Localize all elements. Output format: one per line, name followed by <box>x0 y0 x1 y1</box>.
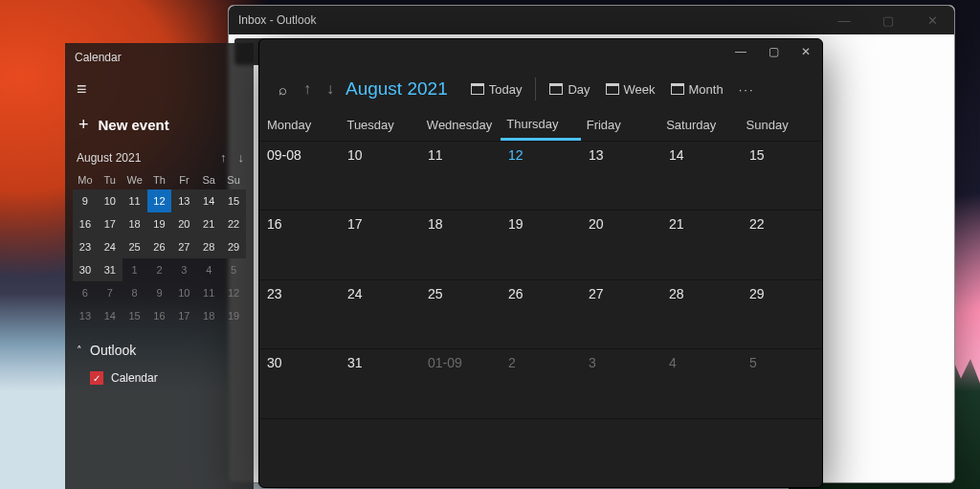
mini-day-cell[interactable]: 14 <box>196 189 221 212</box>
next-month-button[interactable]: ↓ <box>319 77 342 101</box>
mini-day-cell[interactable]: 14 <box>98 304 122 327</box>
mini-day-cell[interactable]: 19 <box>147 212 172 235</box>
calendar-day-cell[interactable]: 17 <box>340 210 420 278</box>
account-toggle[interactable]: ˄ Outlook <box>65 327 254 366</box>
mini-day-cell[interactable]: 12 <box>221 281 246 304</box>
mini-day-cell[interactable]: 20 <box>171 212 196 235</box>
calendar-day-cell[interactable]: 3 <box>581 348 661 417</box>
outlook-minimize-button[interactable]: — <box>822 6 866 34</box>
calendar-day-cell[interactable] <box>340 418 420 487</box>
mini-day-cell[interactable]: 7 <box>98 281 122 304</box>
week-view-button[interactable]: Week <box>598 78 663 100</box>
mini-day-cell[interactable]: 12 <box>147 189 172 212</box>
mini-next-button[interactable]: ↓ <box>238 150 245 165</box>
mini-month-label[interactable]: August 2021 <box>77 151 141 165</box>
calendar-day-cell[interactable] <box>742 418 822 487</box>
calendar-close-button[interactable]: ✕ <box>790 39 822 64</box>
calendar-day-cell[interactable]: 4 <box>661 348 742 417</box>
mini-day-cell[interactable]: 31 <box>98 258 122 281</box>
outlook-close-button[interactable]: ✕ <box>910 6 954 34</box>
mini-day-cell[interactable]: 19 <box>221 304 246 327</box>
mini-day-cell[interactable]: 15 <box>221 189 246 212</box>
calendar-day-cell[interactable]: 30 <box>259 348 340 417</box>
outlook-maximize-button[interactable]: ▢ <box>866 6 910 34</box>
calendar-checkbox[interactable]: ✓ <box>90 371 103 385</box>
mini-day-cell[interactable]: 21 <box>196 212 221 235</box>
mini-day-cell[interactable]: 3 <box>171 258 196 281</box>
mini-day-cell[interactable]: 1 <box>122 258 147 281</box>
calendar-day-cell[interactable]: 10 <box>340 141 420 210</box>
mini-day-cell[interactable]: 16 <box>147 304 172 327</box>
month-view-button[interactable]: Month <box>663 78 731 100</box>
calendar-day-cell[interactable]: 11 <box>420 141 501 210</box>
calendar-day-cell[interactable]: 09-08 <box>259 141 340 210</box>
mini-day-cell[interactable]: 30 <box>73 258 98 281</box>
mini-day-cell[interactable]: 2 <box>147 258 172 281</box>
calendar-day-cell[interactable]: 15 <box>742 141 822 210</box>
calendar-day-cell[interactable]: 23 <box>259 279 340 348</box>
more-options-button[interactable]: ··· <box>731 82 763 97</box>
prev-month-button[interactable]: ↑ <box>296 77 319 101</box>
mini-day-cell[interactable]: 18 <box>196 304 221 327</box>
mini-prev-button[interactable]: ↑ <box>220 150 227 165</box>
calendar-day-cell[interactable]: 26 <box>501 279 581 348</box>
mini-day-cell[interactable]: 4 <box>196 258 221 281</box>
mini-day-cell[interactable]: 28 <box>196 235 221 258</box>
mini-day-cell[interactable]: 16 <box>73 212 98 235</box>
calendar-day-cell[interactable]: 2 <box>501 348 581 417</box>
calendar-day-cell[interactable] <box>661 418 742 487</box>
calendar-day-cell[interactable]: 20 <box>581 210 661 278</box>
calendar-day-cell[interactable]: 18 <box>420 210 501 278</box>
calendar-day-cell[interactable] <box>259 418 340 487</box>
mini-day-cell[interactable]: 25 <box>122 235 147 258</box>
mini-day-cell[interactable]: 6 <box>73 281 98 304</box>
mini-day-cell[interactable]: 9 <box>147 281 172 304</box>
new-event-button[interactable]: + New event <box>65 109 254 148</box>
calendar-day-cell[interactable] <box>581 418 661 487</box>
calendar-day-cell[interactable]: 12 <box>501 141 581 210</box>
mini-day-cell[interactable]: 29 <box>221 235 246 258</box>
calendar-day-cell[interactable]: 29 <box>742 279 822 348</box>
mini-day-cell[interactable]: 17 <box>98 212 122 235</box>
mini-day-cell[interactable]: 5 <box>221 258 246 281</box>
calendar-day-cell[interactable]: 22 <box>742 210 822 278</box>
mini-day-cell[interactable]: 26 <box>147 235 172 258</box>
mini-day-cell[interactable]: 11 <box>122 189 147 212</box>
calendar-day-cell[interactable] <box>420 418 501 487</box>
calendar-day-cell[interactable]: 27 <box>581 279 661 348</box>
mini-day-cell[interactable]: 18 <box>122 212 147 235</box>
mini-day-cell[interactable]: 15 <box>122 304 147 327</box>
calendar-day-cell[interactable]: 01-09 <box>420 348 501 417</box>
mini-day-cell[interactable]: 27 <box>171 235 196 258</box>
calendar-day-cell[interactable]: 28 <box>661 279 742 348</box>
calendar-day-cell[interactable]: 5 <box>742 348 822 417</box>
calendar-day-cell[interactable]: 16 <box>259 210 340 278</box>
mini-day-cell[interactable]: 13 <box>171 189 196 212</box>
mini-day-cell[interactable]: 17 <box>171 304 196 327</box>
mini-day-cell[interactable]: 11 <box>196 281 221 304</box>
mini-day-cell[interactable]: 10 <box>171 281 196 304</box>
search-button[interactable]: ⌕ <box>269 78 296 101</box>
mini-day-cell[interactable]: 23 <box>73 235 98 258</box>
day-view-button[interactable]: Day <box>542 78 597 100</box>
calendar-day-cell[interactable]: 14 <box>661 141 742 210</box>
calendar-day-cell[interactable]: 31 <box>340 348 420 417</box>
calendar-minimize-button[interactable]: — <box>724 39 757 64</box>
mini-day-cell[interactable]: 24 <box>98 235 122 258</box>
mini-day-cell[interactable]: 22 <box>221 212 246 235</box>
hamburger-button[interactable]: ≡ <box>65 76 254 109</box>
calendar-day-cell[interactable]: 19 <box>501 210 581 278</box>
calendar-day-cell[interactable]: 24 <box>340 279 420 348</box>
mini-day-cell[interactable]: 10 <box>98 189 122 212</box>
calendar-day-cell[interactable]: 25 <box>420 279 501 348</box>
calendar-list-item[interactable]: ✓ Calendar <box>65 366 254 390</box>
calendar-day-cell[interactable]: 21 <box>661 210 742 278</box>
today-button[interactable]: Today <box>463 78 530 100</box>
calendar-maximize-button[interactable]: ▢ <box>757 39 790 64</box>
month-year-label[interactable]: August 2021 <box>342 78 457 100</box>
mini-day-cell[interactable]: 9 <box>73 189 98 212</box>
calendar-day-cell[interactable] <box>501 418 581 487</box>
calendar-day-cell[interactable]: 13 <box>581 141 661 210</box>
mini-day-cell[interactable]: 13 <box>73 304 98 327</box>
mini-day-cell[interactable]: 8 <box>122 281 147 304</box>
